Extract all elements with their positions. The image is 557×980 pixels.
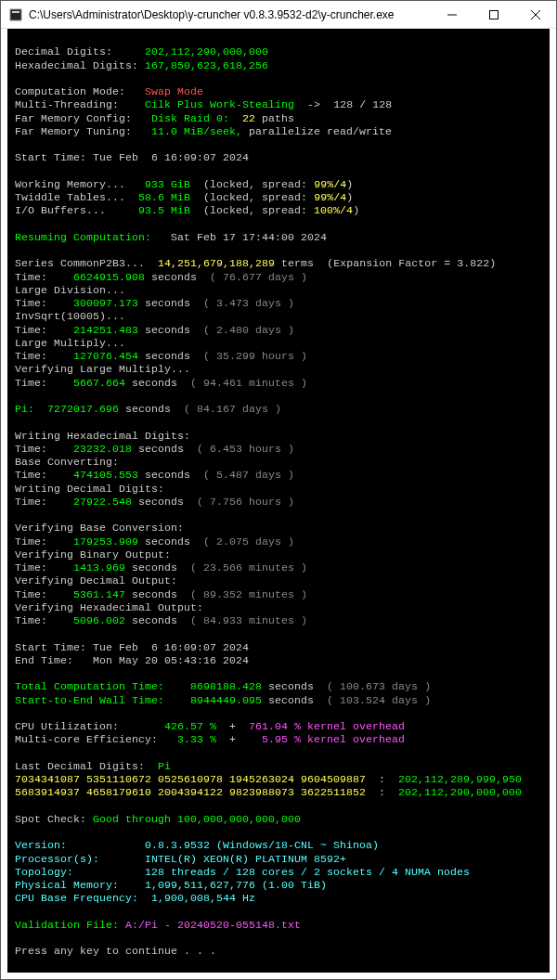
line: Processor(s): INTEL(R) XEON(R) PLATINUM … xyxy=(15,853,346,865)
line: I/O Buffers... 93.5 MiB (locked, spread:… xyxy=(15,204,359,216)
line: Base Converting: xyxy=(15,456,119,468)
svg-rect-1 xyxy=(12,11,19,13)
line: Time: 474105.553 seconds ( 5.487 days ) xyxy=(15,469,294,481)
line: Verifying Large Multiply... xyxy=(15,363,190,375)
line: Topology: 128 threads / 128 cores / 2 so… xyxy=(15,866,470,878)
line: Time: 6624915.908 seconds ( 76.677 days … xyxy=(15,271,307,283)
line: Time: 5361.147 seconds ( 89.352 minutes … xyxy=(15,588,307,600)
line: Multi-core Efficiency: 3.33 % + 5.95 % k… xyxy=(15,733,405,745)
press-key-prompt[interactable]: Press any key to continue . . . xyxy=(15,945,216,957)
line: Physical Memory: 1,099,511,627,776 (1.00… xyxy=(15,879,327,891)
line: Working Memory... 933 GiB (locked, sprea… xyxy=(15,178,353,190)
line: Total Computation Time: 8698188.428 seco… xyxy=(15,680,431,692)
maximize-button[interactable] xyxy=(473,1,514,28)
line: Writing Decimal Digits: xyxy=(15,483,164,495)
close-button[interactable] xyxy=(514,1,556,28)
line: Far Memory Config: Disk Raid 0: 22 paths xyxy=(15,112,294,124)
line: Hexadecimal Digits: 167,850,623,618,256 xyxy=(15,59,268,71)
line: Spot Check: Good through 100,000,000,000… xyxy=(15,813,301,825)
line: Time: 5667.664 seconds ( 94.461 minutes … xyxy=(15,377,307,389)
line: Series CommonP2B3... 14,251,679,188,289 … xyxy=(15,257,496,269)
line: Twiddle Tables... 58.6 MiB (locked, spre… xyxy=(15,191,353,203)
line: Time: 27922.548 seconds ( 7.756 hours ) xyxy=(15,496,294,508)
svg-rect-3 xyxy=(489,10,498,19)
app-icon xyxy=(8,7,23,22)
line: Start-to-End Wall Time: 8944449.095 seco… xyxy=(15,694,431,706)
line: Version: 0.8.3.9532 (Windows/18-CNL ~ Sh… xyxy=(15,839,379,851)
line: Verifying Hexadecimal Output: xyxy=(15,601,203,613)
window-title: C:\Users\Administrator\Desktop\y-crunche… xyxy=(29,8,431,21)
titlebar[interactable]: C:\Users\Administrator\Desktop\y-crunche… xyxy=(1,1,556,29)
line: Pi: 7272017.696 seconds ( 84.167 days ) xyxy=(15,403,281,415)
app-window: C:\Users\Administrator\Desktop\y-crunche… xyxy=(0,0,557,980)
window-controls xyxy=(431,1,556,28)
line: Time: 1413.969 seconds ( 23.566 minutes … xyxy=(15,561,307,574)
digits-row: 7034341087 5351110672 0525610978 1945263… xyxy=(15,773,522,785)
line: Time: 23232.018 seconds ( 6.453 hours ) xyxy=(15,443,294,455)
line: InvSqrt(10005)... xyxy=(15,310,125,322)
line: Start Time: Tue Feb 6 16:09:07 2024 xyxy=(15,641,249,653)
line: CPU Utilization: 426.57 % + 761.04 % ker… xyxy=(15,720,405,732)
line: Time: 300097.173 seconds ( 3.473 days ) xyxy=(15,297,294,309)
line: End Time: Mon May 20 05:43:16 2024 xyxy=(15,654,249,666)
line: Multi-Threading: Cilk Plus Work-Stealing… xyxy=(15,98,392,110)
minimize-button[interactable] xyxy=(431,1,473,28)
digits-row: 5683914937 4658179610 2004394122 9823988… xyxy=(15,786,522,798)
line: Large Division... xyxy=(15,284,125,296)
line: Verifying Base Conversion: xyxy=(15,522,184,534)
line: Time: 5096.002 seconds ( 84.933 minutes … xyxy=(15,614,307,626)
line: Decimal Digits: 202,112,290,000,000 xyxy=(15,45,268,58)
line: Far Memory Tuning: 11.0 MiB/seek, parall… xyxy=(15,125,392,137)
line: Time: 127076.454 seconds ( 35.299 hours … xyxy=(15,350,307,362)
line: Last Decimal Digits: Pi xyxy=(15,760,171,772)
line: Time: 214251.483 seconds ( 2.480 days ) xyxy=(15,324,294,336)
line: Time: 179253.909 seconds ( 2.075 days ) xyxy=(15,535,294,548)
svg-rect-0 xyxy=(10,9,21,20)
line: Resuming Computation: Sat Feb 17 17:44:0… xyxy=(15,231,327,243)
line: CPU Base Frequency: 1,900,008,544 Hz xyxy=(15,892,255,904)
line: Start Time: Tue Feb 6 16:09:07 2024 xyxy=(15,151,249,163)
line: Validation File: A:/Pi - 20240520-055148… xyxy=(15,919,301,931)
line: Verifying Decimal Output: xyxy=(15,574,177,587)
line: Large Multiply... xyxy=(15,337,125,349)
line: Computation Mode: Swap Mode xyxy=(15,85,203,97)
terminal-output: Decimal Digits: 202,112,290,000,000 Hexa… xyxy=(7,29,550,973)
line: Verifying Binary Output: xyxy=(15,548,171,561)
line: Writing Hexadecimal Digits: xyxy=(15,430,190,442)
